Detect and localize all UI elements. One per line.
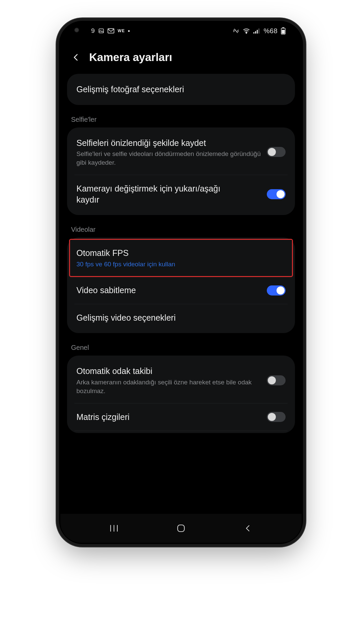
svg-rect-3 [253,32,254,34]
row-title: Otomatik odak takibi [76,366,261,377]
svg-rect-6 [258,29,259,34]
card-general: Otomatik odak takibi Arka kameranın odak… [67,356,295,433]
back-button[interactable] [70,51,82,64]
statusbar-right: %68 [233,27,286,35]
card-selfies: Selfieleri önizlendiği şekilde kaydet Se… [67,127,295,215]
home-icon [176,524,186,533]
row-advanced-photo-options[interactable]: Gelişmiş fotoğraf seçenekleri [67,76,295,103]
content: Gelişmiş fotoğraf seçenekleri Selfie'ler… [60,74,302,514]
mail-icon [108,28,114,34]
page-header: Kamera ayarları [60,40,302,74]
row-title: Selfieleri önizlendiği şekilde kaydet [76,138,261,149]
page-title: Kamera ayarları [89,51,172,64]
row-text: Gelişmiş fotoğraf seçenekleri [76,84,286,95]
camera-notch [73,27,81,35]
row-title: Otomatik FPS [76,248,286,259]
svg-rect-1 [108,29,114,33]
system-navbar [60,514,302,543]
row-title: Matris çizgileri [76,412,261,423]
row-auto-focus-tracking[interactable]: Otomatik odak takibi Arka kameranın odak… [67,358,295,403]
row-title: Gelişmiş video seçenekleri [76,312,286,323]
row-advanced-video-options[interactable]: Gelişmiş video seçenekleri [67,304,295,331]
recents-icon [109,525,119,532]
row-video-stabilization[interactable]: Video sabitleme [67,277,295,304]
signal-icon [253,28,260,34]
row-subtitle: Selfie'leri ve selfie videoları döndürme… [76,150,261,167]
chevron-left-icon [72,53,80,62]
row-text: Matris çizgileri [76,412,261,423]
row-swipe-to-switch-camera[interactable]: Kamerayı değiştirmek için yukarı/aşağı k… [67,175,295,213]
toggle-auto-focus-tracking[interactable] [267,375,286,385]
row-save-selfies-as-previewed[interactable]: Selfieleri önizlendiği şekilde kaydet Se… [67,129,295,175]
row-subtitle: Arka kameranın odaklandığı seçili özne h… [76,378,261,395]
row-text: Otomatik odak takibi Arka kameranın odak… [76,366,261,395]
group-label-selfies: Selfie'ler [67,109,295,127]
battery-icon [281,27,286,35]
screen: 9 WE %68 [60,22,302,543]
separator [74,431,288,431]
svg-rect-4 [255,31,256,34]
svg-rect-8 [282,28,284,29]
nav-back-button[interactable] [236,524,260,532]
group-label-general: Genel [67,337,295,356]
svg-rect-9 [282,30,285,34]
toggle-video-stabilization[interactable] [267,285,286,296]
group-label-videos: Videolar [67,219,295,237]
row-text: Video sabitleme [76,285,261,296]
row-text: Selfieleri önizlendiği şekilde kaydet Se… [76,138,261,167]
we-label: WE [118,29,125,33]
nav-home-button[interactable] [169,524,193,533]
svg-rect-13 [178,525,184,532]
more-notifications-dot-icon [128,30,130,32]
row-subtitle: 30 fps ve 60 fps videolar için kullan [76,260,286,269]
card-videos: Otomatik FPS 30 fps ve 60 fps videolar i… [67,237,295,333]
nav-recents-button[interactable] [102,525,126,532]
card-intro: Gelişmiş fotoğraf seçenekleri [67,74,295,105]
toggle-grid-lines[interactable] [267,412,286,422]
chevron-left-icon [244,524,252,532]
battery-text: %68 [263,27,278,35]
svg-rect-5 [257,30,258,34]
toggle-swipe-to-switch-camera[interactable] [267,189,286,199]
row-text: Kamerayı değiştirmek için yukarı/aşağı k… [76,183,261,205]
statusbar-time-fragment: 9 [91,27,95,35]
wifi-icon [243,28,250,34]
vibrate-icon [233,28,239,34]
row-text: Otomatik FPS 30 fps ve 60 fps videolar i… [76,248,286,268]
row-title: Gelişmiş fotoğraf seçenekleri [76,84,286,95]
row-auto-fps[interactable]: Otomatik FPS 30 fps ve 60 fps videolar i… [70,239,292,276]
toggle-save-selfies-as-previewed[interactable] [267,147,286,157]
statusbar-left: 9 WE [91,27,130,35]
row-grid-lines[interactable]: Matris çizgileri [67,404,295,431]
row-text: Gelişmiş video seçenekleri [76,312,286,323]
row-title: Kamerayı değiştirmek için yukarı/aşağı k… [76,183,224,205]
svg-point-2 [246,33,247,34]
statusbar: 9 WE %68 [60,22,302,40]
device-frame: 9 WE %68 [59,21,303,544]
row-title: Video sabitleme [76,285,261,296]
image-icon [98,28,104,34]
